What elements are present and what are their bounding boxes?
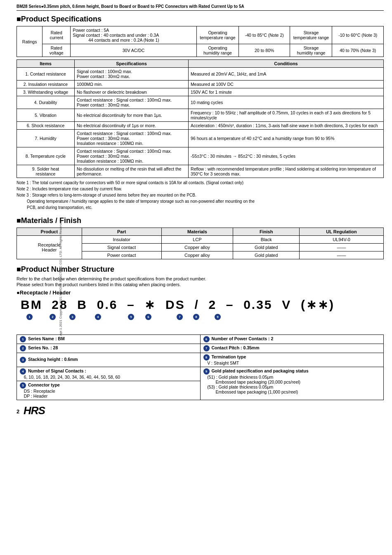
hrs-logo: HRS (24, 404, 48, 418)
product-name: ReceptacleHeader (17, 236, 82, 259)
table-row: 4 Number of Signal Contacts : 6, 10, 16,… (17, 367, 384, 381)
spec-cond-2: Measured at 100V DC (189, 81, 384, 88)
rated-current-label: Ratedcurrent (43, 26, 71, 44)
notes: Note 1 : The total current capacity for … (17, 180, 384, 211)
detail-4: 4 Number of Signal Contacts : 6, 10, 16,… (17, 367, 201, 381)
spec-cond-1: Measured at 20mV AC, 1kHz, and 1mA (189, 68, 384, 81)
detail-7: 7 Contact Pitch : 0.35mm (200, 344, 384, 353)
spec-value-5: No electrical discontinuity for more tha… (75, 109, 189, 122)
top-header: BM28 Series●0.35mm pitch, 0.6mm height, … (17, 4, 384, 11)
table-row: 7. Humidity Contact resistance : Signal … (17, 130, 384, 147)
col-conditions: Conditions (189, 60, 384, 68)
finish-signal: Gold plated (233, 244, 300, 251)
ul-power: —— (300, 251, 384, 259)
footer: 2 HRS (17, 404, 384, 418)
materials-title: ■Materials / Finish (17, 216, 384, 225)
pn-title: ■Product Number Structure (17, 265, 384, 274)
table-row: 2. Insulation resistance 1000MΩ min. Mea… (17, 81, 384, 88)
spec-cond-5: Frequency : 10 to 55Hz ; half amplitude … (189, 109, 384, 122)
note-3b: Operating temperature / humidity range a… (17, 198, 384, 204)
detail-3: 3 Stacking height : 0.6mm (17, 353, 201, 367)
spec-item-1: 1. Contact resistance (17, 68, 75, 81)
spec-value-7: Contact resistance : Signal contact : 10… (75, 130, 189, 147)
mat-insulator: LCP (161, 236, 233, 244)
note-2: Note 2 : Includes temperature rise cause… (17, 186, 384, 192)
table-row: 8. Temperature cycle Contact resistance … (17, 147, 384, 165)
circle-9: 9 (214, 314, 222, 320)
spec-table: Items Specifications Conditions 1. Conta… (17, 59, 384, 178)
note-3a: Note 3 : Storage refers to long-term-sto… (17, 192, 384, 198)
part-power: Power contact (82, 251, 161, 259)
spec-item-7: 7. Humidity (17, 130, 75, 147)
table-row: 2 Series No. : 28 7 Contact Pitch : 0.35… (17, 344, 384, 353)
ul-signal: —— (300, 244, 384, 251)
spec-value-6: No electrical discontinuity of 1μs or mo… (75, 122, 189, 130)
pn-display: BM 28 B 0.6 – ∗ DS / 2 – 0.35 V (∗∗) (21, 297, 384, 312)
table-row: 1 Series Name : BM 6 Number of Power Con… (17, 335, 384, 344)
receptacle-header: ●Receptacle / Header (17, 289, 384, 296)
mat-power: Copper alloy (161, 251, 233, 259)
svg-text:HRS: HRS (24, 404, 46, 416)
detail-6: 6 Number of Power Contacts : 2 (200, 335, 384, 344)
circle-8: 8 (192, 314, 200, 320)
table-row: 1. Contact resistance Signal contact : 1… (17, 68, 384, 81)
ratings-table: Ratings Ratedcurrent Power contact : 5AS… (17, 26, 384, 57)
materials-table: Product Part Materials Finish UL Regulat… (17, 228, 384, 259)
spec-cond-3: 150V AC for 1 minute (189, 88, 384, 96)
storage-humidity-label: Storagehumidity range (290, 44, 332, 57)
detail-1: 1 Series Name : BM (17, 335, 201, 344)
circle-5: 5 (127, 314, 135, 320)
table-row: 4. Durability Contact resistance : Signa… (17, 96, 384, 109)
finish-insulator: Black (233, 236, 300, 244)
circle-3: 3 (68, 314, 76, 320)
materials-section: ■Materials / Finish Product Part Materia… (17, 216, 384, 259)
spec-cond-8: -55±3°C : 30 minutes → 85±2°C : 30 minut… (189, 147, 384, 165)
table-row: 3. Withstanding voltage No flashover or … (17, 88, 384, 96)
spec-value-1: Signal contact : 100mΩ max.Power contact… (75, 68, 189, 81)
page-number: 2 (17, 408, 19, 415)
col-ul: UL Regulation (300, 228, 384, 236)
spec-cond-9: Reflow : with recommended temperature pr… (189, 165, 384, 178)
ul-insulator: UL94V-0 (300, 236, 384, 244)
circle-2: 2 (49, 314, 57, 320)
table-row: 9. Solder heatresistance No dissolution … (17, 165, 384, 178)
op-humidity-label: Operatinghumidity range (196, 44, 239, 57)
col-finish: Finish (233, 228, 300, 236)
table-row: 6. Shock resistance No electrical discon… (17, 122, 384, 130)
col-materials: Materials (161, 228, 233, 236)
spec-value-9: No dissolution or melting of the resin t… (75, 165, 189, 178)
spec-value-4: Contact resistance : Signal contact : 10… (75, 96, 189, 109)
spec-cond-7: 96 hours at a temperature of 40 ±2°C and… (189, 130, 384, 147)
spec-cond-6: Acceleration : 450m/s², duration : 11ms,… (189, 122, 384, 130)
ratings-label: Ratings (17, 26, 43, 57)
op-humidity-value: 20 to 80% (239, 44, 290, 57)
op-temp-label: Operatingtemperature range (196, 26, 239, 44)
spec-item-5: 5. Vibration (17, 109, 75, 122)
product-specs-section: ■Product Specifications Ratings Ratedcur… (17, 15, 384, 211)
spec-item-4: 4. Durability (17, 96, 75, 109)
op-temp-value: -40 to 85°C (Note 2) (239, 26, 290, 44)
mat-signal: Copper alloy (161, 244, 233, 251)
table-row: 3 Stacking height : 0.6mm 8 Termination … (17, 353, 384, 367)
table-row: ReceptacleHeader Insulator LCP Black UL9… (17, 236, 384, 244)
rated-voltage-label: Ratedvoltage (43, 44, 71, 57)
spec-value-8: Contact resistance : Signal contact : 10… (75, 147, 189, 165)
pn-desc2: Please select from the product numbers l… (17, 282, 384, 287)
storage-humidity-value: 40 to 70% (Note 3) (332, 44, 384, 57)
note-3c: PCB, and during transportation, etc. (17, 204, 384, 211)
pn-desc1: Refer to the chart below when determinin… (17, 276, 384, 281)
spec-item-3: 3. Withstanding voltage (17, 88, 75, 96)
pn-details-table: 1 Series Name : BM 6 Number of Power Con… (17, 334, 384, 400)
spec-value-2: 1000MΩ min. (75, 81, 189, 88)
detail-8: 8 Termination type V : Straight SMT (200, 353, 384, 367)
spec-item-9: 9. Solder heatresistance (17, 165, 75, 178)
circle-6: 6 (144, 314, 152, 320)
spec-cond-4: 10 mating cycles (189, 96, 384, 109)
spec-item-8: 8. Temperature cycle (17, 147, 75, 165)
col-items: Items (17, 60, 75, 68)
rated-current-value: Power contact : 5ASignal contact : 40 co… (71, 26, 197, 44)
col-specs: Specifications (75, 60, 189, 68)
storage-temp-label: Storagetemperature range (290, 26, 332, 44)
product-number-section: ■Product Number Structure Refer to the c… (17, 265, 384, 400)
spec-item-2: 2. Insulation resistance (17, 81, 75, 88)
